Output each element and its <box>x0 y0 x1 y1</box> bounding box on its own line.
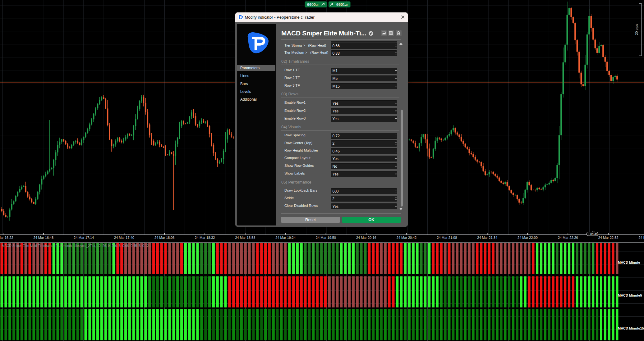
svg-text:24 Mar 18:32: 24 Mar 18:32 <box>195 236 215 239</box>
svg-text:24 Mar 16:22: 24 Mar 16:22 <box>0 236 13 239</box>
svg-text:24 Mar 22:52: 24 Mar 22:52 <box>598 236 619 239</box>
svg-text:24 Mar 19:24: 24 Mar 19:24 <box>275 236 296 239</box>
svg-text:24 Mar 17:40: 24 Mar 17:40 <box>114 236 134 239</box>
svg-text:6601.3: 6601.3 <box>336 2 347 7</box>
svg-text:24 Mar 22:26: 24 Mar 22:26 <box>558 236 578 239</box>
svg-text:MACD Minute15: MACD Minute15 <box>618 326 644 330</box>
svg-text:24 Mar 16:48: 24 Mar 16:48 <box>33 236 53 239</box>
svg-text:MACD Minute5: MACD Minute5 <box>618 293 642 297</box>
svg-text:MACD Sniper Elite Multi-Timefr: MACD Sniper Elite Multi-Timeframe (PreSm… <box>2 244 152 248</box>
svg-text:24 Mar 21:34: 24 Mar 21:34 <box>477 236 497 239</box>
svg-text:00:49: 00:49 <box>590 232 598 236</box>
svg-text:24 Mar 18:58: 24 Mar 18:58 <box>235 236 255 239</box>
svg-text:24 Mar 23:18: 24 Mar 23:18 <box>638 236 644 239</box>
svg-text:MACD Minute: MACD Minute <box>618 261 640 264</box>
svg-text:6600.8: 6600.8 <box>307 2 318 7</box>
svg-text:24 Mar 20:16: 24 Mar 20:16 <box>356 236 376 239</box>
svg-text:24 Mar 18:06: 24 Mar 18:06 <box>154 236 175 239</box>
svg-text:24 Mar 20:42: 24 Mar 20:42 <box>397 236 417 239</box>
svg-text:24 Mar 17:14: 24 Mar 17:14 <box>74 236 94 239</box>
svg-text:24 Mar 21:08: 24 Mar 21:08 <box>437 236 457 239</box>
svg-text:24 Mar 22:00: 24 Mar 22:00 <box>518 236 538 239</box>
svg-text:24 Mar 19:50: 24 Mar 19:50 <box>316 236 336 239</box>
svg-text:20 pips: 20 pips <box>635 24 638 35</box>
